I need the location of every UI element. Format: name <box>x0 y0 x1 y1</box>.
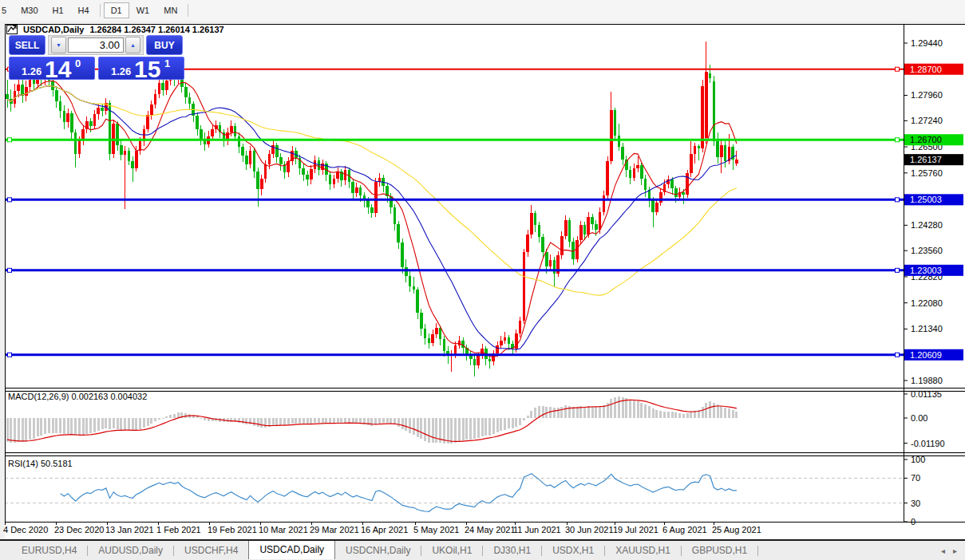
lot-increase-button[interactable]: ▲ <box>125 37 140 53</box>
svg-text:1.28700: 1.28700 <box>910 65 942 74</box>
svg-text:11 Jun 2021: 11 Jun 2021 <box>513 525 561 534</box>
chart-window-icon <box>6 25 18 34</box>
tab-divider <box>757 546 758 556</box>
svg-text:100: 100 <box>911 455 925 464</box>
price-level-tag: 1.20609 <box>904 349 963 361</box>
svg-text:6 Aug 2021: 6 Aug 2021 <box>662 525 707 534</box>
svg-text:30: 30 <box>911 499 920 508</box>
svg-text:0: 0 <box>911 517 916 526</box>
svg-text:4 Dec 2020: 4 Dec 2020 <box>3 525 48 534</box>
chart-title-ohlc: 1.26284 1.26347 1.26014 1.26137 <box>89 25 223 34</box>
chevron-down-icon: ▼ <box>56 42 61 48</box>
tab-usdx-h1[interactable]: USDX,H1 <box>542 542 604 558</box>
tab-usdchf-h4[interactable]: USDCHF,H4 <box>174 542 248 558</box>
chart-title-row: USDCAD,Daily 1.26284 1.26347 1.26014 1.2… <box>6 25 224 34</box>
tf-button-d1[interactable]: D1 <box>104 2 129 18</box>
svg-text:24 May 2021: 24 May 2021 <box>465 525 516 534</box>
tf-button-h4[interactable]: H4 <box>71 2 97 18</box>
price-level-tag: 1.23003 <box>904 265 963 276</box>
lot-size-spinner: ▼ ▲ <box>48 35 144 55</box>
svg-text:5 May 2021: 5 May 2021 <box>413 525 459 534</box>
level-handle <box>8 353 12 357</box>
svg-text:23 Dec 2020: 23 Dec 2020 <box>54 525 104 534</box>
toolbar-separator <box>100 4 101 17</box>
svg-text:1.29440: 1.29440 <box>911 38 943 48</box>
buy-price-pips: 15 <box>134 57 160 81</box>
tab-usdcad-daily[interactable]: USDCAD,Daily <box>248 540 335 559</box>
tab-ukoil-h1[interactable]: UKOil,H1 <box>421 542 482 558</box>
chart-title-symbol: USDCAD,Daily <box>23 25 84 34</box>
chart-window: 1.294401.279601.272401.265001.257601.242… <box>0 21 965 541</box>
level-handle <box>896 138 900 142</box>
price-level-tag: 1.28700 <box>904 64 963 75</box>
tab-dj30-h1[interactable]: DJ30,H1 <box>483 542 541 558</box>
tab-xauusd-h1[interactable]: XAUUSD,H1 <box>605 542 681 558</box>
svg-text:1.27960: 1.27960 <box>911 90 943 100</box>
level-handle <box>8 268 12 272</box>
price-level-tag: 1.25003 <box>904 194 963 205</box>
tab-scroll-left-icon[interactable]: ◂ <box>941 546 945 555</box>
svg-text:19 Feb 2021: 19 Feb 2021 <box>208 525 257 534</box>
svg-text:25 Aug 2021: 25 Aug 2021 <box>712 525 761 534</box>
svg-text:13 Jan 2021: 13 Jan 2021 <box>105 525 154 534</box>
price-level-tag: 1.26700 <box>904 134 963 145</box>
svg-text:10 Mar 2021: 10 Mar 2021 <box>259 525 308 534</box>
macd-indicator-label: MACD(12,26,9) 0.002163 0.004032 <box>8 392 147 401</box>
tab-eurusd-h4[interactable]: EURUSD,H4 <box>11 542 87 558</box>
svg-text:1.27240: 1.27240 <box>911 116 943 125</box>
chart-canvas[interactable]: 1.294401.279601.272401.265001.257601.242… <box>0 21 965 539</box>
tab-audusd-daily[interactable]: AUDUSD,Daily <box>88 542 173 558</box>
sell-price-base: 1.26 <box>22 65 42 77</box>
lot-decrease-button[interactable]: ▼ <box>51 37 66 53</box>
level-handle <box>8 138 12 142</box>
svg-text:1.22080: 1.22080 <box>911 298 943 308</box>
symbol-tab-bar: EURUSD,H4 AUDUSD,Daily USDCHF,H4 USDCAD,… <box>0 541 965 560</box>
tf-button-m5[interactable]: 5 <box>0 2 14 18</box>
current-price-tag: 1.26137 <box>904 154 963 165</box>
svg-text:1.19880: 1.19880 <box>911 376 943 385</box>
svg-text:1.25760: 1.25760 <box>911 168 943 178</box>
buy-button[interactable]: BUY <box>146 35 183 55</box>
svg-text:0.00: 0.00 <box>911 413 927 423</box>
level-handle <box>896 198 900 202</box>
tf-button-w1[interactable]: W1 <box>129 2 157 18</box>
sell-price-box[interactable]: 1.26 14 0 <box>9 57 95 80</box>
svg-text:1.26700: 1.26700 <box>910 135 942 144</box>
buy-price-box[interactable]: 1.26 15 1 <box>98 57 184 80</box>
tf-button-mn[interactable]: MN <box>156 2 184 18</box>
rsi-indicator-label: RSI(14) 50.5181 <box>8 459 73 468</box>
toolbar-separator <box>188 4 188 17</box>
chevron-up-icon: ▲ <box>130 42 136 48</box>
level-handle <box>8 198 12 202</box>
buy-price-point: 1 <box>164 57 170 69</box>
svg-text:1.26137: 1.26137 <box>910 155 942 164</box>
svg-text:1.21340: 1.21340 <box>911 324 943 333</box>
svg-text:16 Apr 2021: 16 Apr 2021 <box>361 525 408 534</box>
sell-button[interactable]: SELL <box>9 35 45 55</box>
svg-text:70: 70 <box>911 473 920 483</box>
svg-text:1 Feb 2021: 1 Feb 2021 <box>156 525 201 534</box>
svg-text:0.01135: 0.01135 <box>911 389 942 399</box>
timeframe-toolbar: 5 M30 H1 H4 D1 W1 MN <box>0 0 965 21</box>
tf-button-m30[interactable]: M30 <box>14 2 45 18</box>
svg-text:1.20609: 1.20609 <box>910 350 942 360</box>
sell-price-pips: 14 <box>45 57 71 81</box>
level-handle <box>896 353 900 357</box>
one-click-trade-panel: SELL ▼ ▲ BUY 1.26 14 0 1.26 15 1 <box>9 35 184 80</box>
level-handle <box>896 67 900 71</box>
level-handle <box>896 268 900 272</box>
svg-text:29 Mar 2021: 29 Mar 2021 <box>310 525 359 534</box>
lot-size-input[interactable] <box>68 37 124 53</box>
tab-usdcnh-daily[interactable]: USDCNH,Daily <box>335 542 421 558</box>
svg-text:1.24280: 1.24280 <box>911 220 943 230</box>
buy-price-base: 1.26 <box>111 65 131 77</box>
svg-text:30 Jun 2021: 30 Jun 2021 <box>565 525 614 534</box>
tab-gbpusd-h1[interactable]: GBPUSD,H1 <box>682 542 757 558</box>
svg-text:-0.01190: -0.01190 <box>911 439 945 448</box>
tab-scroll-right-icon[interactable]: ▸ <box>953 546 957 555</box>
svg-text:19 Jul 2021: 19 Jul 2021 <box>613 525 658 534</box>
tf-button-h1[interactable]: H1 <box>45 2 71 18</box>
sell-price-point: 0 <box>75 57 81 69</box>
svg-text:1.23003: 1.23003 <box>910 266 942 275</box>
svg-text:1.25003: 1.25003 <box>910 195 942 204</box>
